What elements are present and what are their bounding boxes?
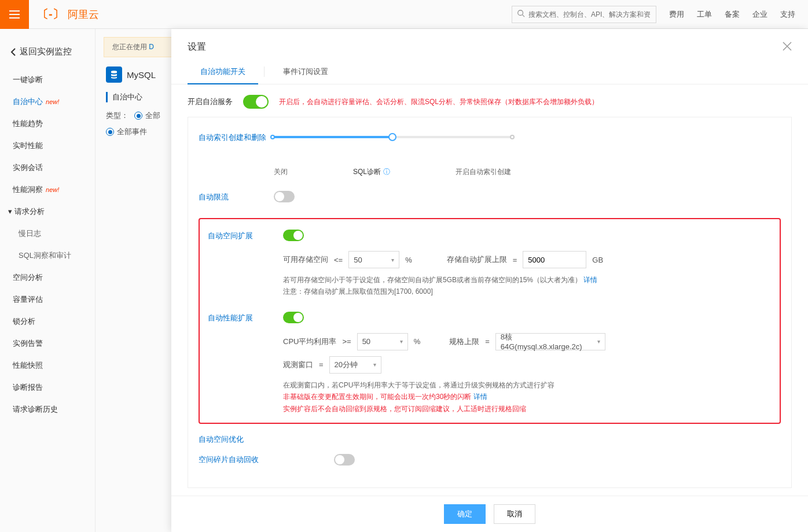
slider-handle[interactable] bbox=[388, 133, 396, 141]
window-label: 观测窗口 bbox=[283, 360, 313, 370]
tab-autonomy[interactable]: 自治功能开关 bbox=[188, 60, 258, 84]
auto-index-slider[interactable] bbox=[274, 131, 511, 154]
info-icon[interactable]: ⓘ bbox=[383, 167, 390, 177]
modal-tabs: 自治功能开关 事件订阅设置 bbox=[171, 60, 808, 84]
auto-throttle-switch[interactable] bbox=[274, 191, 295, 202]
auto-opt-label: 自动空间优化 bbox=[199, 434, 781, 445]
cpu-threshold-select[interactable]: 50▾ bbox=[357, 333, 408, 350]
close-button[interactable] bbox=[783, 40, 792, 54]
chevron-down-icon: ▾ bbox=[391, 257, 394, 263]
chevron-down-icon: ▾ bbox=[400, 338, 403, 345]
highlighted-settings: 自动空间扩展 可用存储空间 <= 50▾ % 存储自动扩展上限 = bbox=[199, 218, 781, 424]
enable-switch[interactable] bbox=[243, 95, 269, 109]
storage-threshold-select[interactable]: 50▾ bbox=[348, 251, 399, 268]
auto-space-label: 自动空间扩展 bbox=[208, 230, 283, 298]
storage-limit-input[interactable] bbox=[523, 251, 586, 268]
modal-title: 设置 bbox=[188, 41, 206, 53]
storage-limit-label: 存储自动扩展上限 bbox=[447, 254, 507, 265]
tab-subscription[interactable]: 事件订阅设置 bbox=[270, 60, 341, 84]
enable-label: 开启自治服务 bbox=[188, 97, 233, 107]
spec-limit-select[interactable]: 8核64G(mysql.x8.xlarge.2c)▾ bbox=[495, 333, 605, 350]
fragment-label: 空间碎片自动回收 bbox=[199, 455, 259, 465]
auto-index-label: 自动索引创建和删除 bbox=[199, 131, 274, 177]
settings-drawer: 设置 自治功能开关 事件订阅设置 开启自治服务 开启后，会自动进行容量评估、会话… bbox=[171, 29, 808, 532]
cpu-label: CPU平均利用率 bbox=[283, 337, 336, 347]
chevron-down-icon: ▾ bbox=[373, 361, 376, 368]
storage-label: 可用存储空间 bbox=[283, 254, 328, 265]
space-details-link[interactable]: 详情 bbox=[583, 276, 597, 284]
enable-warning: 开启后，会自动进行容量评估、会话分析、限流SQL分析、异常快照保存（对数据库不会… bbox=[279, 97, 598, 107]
fragment-switch[interactable] bbox=[334, 454, 355, 466]
spec-label: 规格上限 bbox=[449, 337, 479, 347]
auto-perf-label: 自动性能扩展 bbox=[208, 312, 283, 415]
settings-panel: 自动索引创建和删除 关闭 SQL诊断ⓘ 开启自动索引创建 bbox=[188, 117, 792, 488]
perf-details-link[interactable]: 详情 bbox=[473, 393, 487, 401]
auto-space-switch[interactable] bbox=[283, 230, 304, 241]
window-select[interactable]: 20分钟▾ bbox=[329, 356, 381, 374]
close-icon bbox=[783, 42, 792, 51]
auto-throttle-label: 自动限流 bbox=[199, 191, 274, 204]
chevron-down-icon: ▾ bbox=[597, 338, 600, 345]
cancel-button[interactable]: 取消 bbox=[494, 504, 535, 524]
auto-perf-switch[interactable] bbox=[283, 312, 304, 323]
confirm-button[interactable]: 确定 bbox=[444, 504, 486, 524]
